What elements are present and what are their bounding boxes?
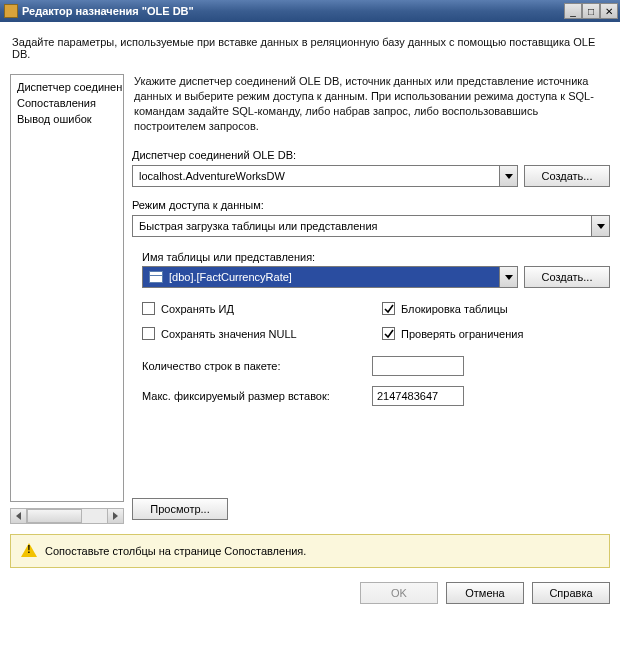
app-icon	[4, 4, 18, 18]
keep-identity-checkbox[interactable]: Сохранять ИД	[142, 302, 362, 315]
keep-nulls-label: Сохранять значения NULL	[161, 328, 297, 340]
preview-button[interactable]: Просмотр...	[132, 498, 228, 520]
page-subtitle: Задайте параметры, используемые при вста…	[12, 36, 608, 60]
access-mode-label: Режим доступа к данным:	[132, 199, 610, 212]
scroll-left-button[interactable]	[11, 509, 27, 523]
sidebar-item-connection-manager[interactable]: Диспетчер соединений	[11, 79, 123, 95]
dialog-footer: OK Отмена Справка	[10, 578, 610, 604]
maximize-icon: □	[588, 6, 594, 17]
max-commit-label: Макс. фиксируемый размер вставок:	[142, 390, 362, 402]
arrow-right-icon	[113, 512, 118, 520]
minimize-button[interactable]: _	[564, 3, 582, 19]
table-name-value: [dbo].[FactCurrencyRate]	[169, 271, 292, 283]
connection-dropdown-button[interactable]	[499, 166, 517, 186]
sidebar-scrollbar[interactable]	[10, 508, 124, 524]
arrow-left-icon	[16, 512, 21, 520]
keep-identity-label: Сохранять ИД	[161, 303, 234, 315]
table-lock-label: Блокировка таблицы	[401, 303, 508, 315]
create-connection-button[interactable]: Создать...	[524, 165, 610, 187]
titlebar: Редактор назначения "OLE DB" _ □ ✕	[0, 0, 620, 22]
intro-text: Укажите диспетчер соединений OLE DB, ист…	[134, 74, 608, 133]
checkbox-icon	[382, 327, 395, 340]
sidebar-item-mappings[interactable]: Сопоставления	[11, 95, 123, 111]
access-mode-value: Быстрая загрузка таблицы или представлен…	[133, 220, 591, 232]
checkbox-icon	[382, 302, 395, 315]
connection-value: localhost.AdventureWorksDW	[133, 170, 499, 182]
warning-bar: Сопоставьте столбцы на странице Сопостав…	[10, 534, 610, 568]
warning-icon	[21, 543, 37, 559]
check-constraints-checkbox[interactable]: Проверять ограничения	[382, 327, 523, 340]
minimize-icon: _	[570, 6, 576, 17]
table-name-combo[interactable]: [dbo].[FactCurrencyRate]	[142, 266, 518, 288]
scroll-right-button[interactable]	[107, 509, 123, 523]
check-constraints-label: Проверять ограничения	[401, 328, 523, 340]
keep-nulls-checkbox[interactable]: Сохранять значения NULL	[142, 327, 362, 340]
rows-per-batch-label: Количество строк в пакете:	[142, 360, 362, 372]
scroll-track[interactable]	[27, 509, 107, 523]
sidebar-item-error-output[interactable]: Вывод ошибок	[11, 111, 123, 127]
ok-button[interactable]: OK	[360, 582, 438, 604]
table-lock-checkbox[interactable]: Блокировка таблицы	[382, 302, 523, 315]
warning-text: Сопоставьте столбцы на странице Сопостав…	[45, 545, 306, 557]
checkbox-icon	[142, 327, 155, 340]
sidebar: Диспетчер соединений Сопоставления Вывод…	[10, 74, 124, 502]
access-mode-combo[interactable]: Быстрая загрузка таблицы или представлен…	[132, 215, 610, 237]
maximize-button[interactable]: □	[582, 3, 600, 19]
connection-label: Диспетчер соединений OLE DB:	[132, 149, 610, 162]
chevron-down-icon	[505, 174, 513, 179]
table-name-dropdown-button[interactable]	[499, 267, 517, 287]
chevron-down-icon	[505, 275, 513, 280]
max-commit-input[interactable]: 2147483647	[372, 386, 464, 406]
help-button[interactable]: Справка	[532, 582, 610, 604]
connection-combo[interactable]: localhost.AdventureWorksDW	[132, 165, 518, 187]
table-name-label: Имя таблицы или представления:	[142, 251, 610, 263]
create-table-button[interactable]: Создать...	[524, 266, 610, 288]
checkbox-icon	[142, 302, 155, 315]
close-icon: ✕	[605, 6, 613, 17]
main-panel: Укажите диспетчер соединений OLE DB, ист…	[132, 74, 610, 520]
table-icon	[149, 271, 163, 283]
access-mode-dropdown-button[interactable]	[591, 216, 609, 236]
scroll-thumb[interactable]	[27, 509, 82, 523]
chevron-down-icon	[597, 224, 605, 229]
close-button[interactable]: ✕	[600, 3, 618, 19]
window-title: Редактор назначения "OLE DB"	[22, 5, 194, 17]
rows-per-batch-input[interactable]	[372, 356, 464, 376]
window-buttons: _ □ ✕	[564, 3, 618, 19]
cancel-button[interactable]: Отмена	[446, 582, 524, 604]
